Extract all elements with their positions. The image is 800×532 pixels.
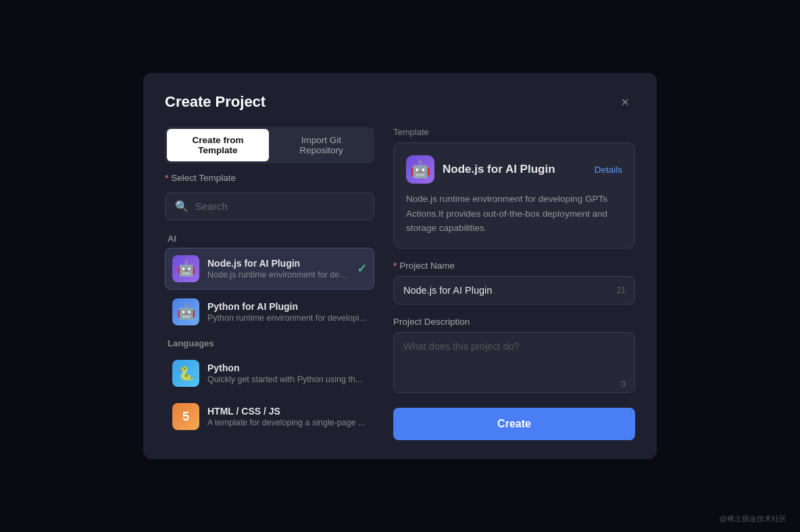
project-description-char-count: 0 bbox=[621, 379, 626, 389]
search-input[interactable] bbox=[195, 201, 364, 212]
template-item-html[interactable]: 5 HTML / CSS / JS A template for develop… bbox=[165, 396, 374, 437]
template-icon-html: 5 bbox=[172, 403, 199, 430]
preview-header: 🤖 Node.js for AI Plugin Details bbox=[406, 155, 622, 184]
template-info-python-ai: Python for AI Plugin Python runtime envi… bbox=[207, 301, 367, 323]
project-name-required: * bbox=[393, 261, 397, 271]
watermark: @稀土掘金技术社区 bbox=[720, 514, 786, 524]
template-preview-card: 🤖 Node.js for AI Plugin Details Node.js … bbox=[393, 142, 635, 248]
project-name-input[interactable] bbox=[393, 276, 635, 304]
template-info-nodejs: Node.js for AI Plugin Node.js runtime en… bbox=[207, 258, 349, 280]
project-description-section: Project Description 0 bbox=[393, 317, 635, 396]
project-description-textarea-wrapper: 0 bbox=[393, 332, 635, 396]
preview-description: Node.js runtime environment for developi… bbox=[406, 192, 622, 236]
template-icon-python: 🐍 bbox=[172, 360, 199, 387]
selected-check-icon: ✓ bbox=[357, 261, 367, 276]
close-button[interactable]: × bbox=[615, 92, 635, 112]
template-item-python-ai[interactable]: 🤖 Python for AI Plugin Python runtime en… bbox=[165, 291, 374, 333]
modal-overlay: Create Project × Create from Template Im… bbox=[0, 0, 800, 532]
template-info-python: Python Quickly get started with Python u… bbox=[207, 363, 367, 384]
template-item-python[interactable]: 🐍 Python Quickly get started with Python… bbox=[165, 352, 374, 394]
project-name-input-wrapper: 21 bbox=[393, 276, 635, 304]
template-name-python-ai: Python for AI Plugin bbox=[207, 301, 367, 312]
category-ai: AI bbox=[165, 230, 374, 246]
template-desc-python-ai: Python runtime environment for developi.… bbox=[207, 313, 367, 323]
select-template-label: * Select Template bbox=[165, 173, 374, 183]
preview-name: Node.js for AI Plugin bbox=[443, 163, 555, 176]
tab-bar: Create from Template Import Git Reposito… bbox=[165, 127, 374, 163]
template-desc-html: A template for developing a single-page … bbox=[207, 418, 367, 427]
template-name-python: Python bbox=[207, 363, 367, 373]
template-icon-nodejs: 🤖 bbox=[172, 255, 199, 282]
preview-title-group: 🤖 Node.js for AI Plugin bbox=[406, 155, 555, 184]
select-label-text: Select Template bbox=[171, 173, 236, 183]
dialog-title: Create Project bbox=[165, 93, 266, 111]
create-project-dialog: Create Project × Create from Template Im… bbox=[143, 73, 657, 459]
dialog-header: Create Project × bbox=[165, 92, 635, 112]
details-link[interactable]: Details bbox=[595, 165, 622, 175]
right-panel: Template 🤖 Node.js for AI Plugin Details… bbox=[393, 127, 635, 440]
project-name-char-count: 21 bbox=[617, 286, 626, 295]
required-star: * bbox=[165, 173, 168, 183]
template-section-label: Template bbox=[393, 127, 635, 137]
project-name-label-text: Project Name bbox=[399, 261, 455, 271]
template-item-nodejs-ai[interactable]: 🤖 Node.js for AI Plugin Node.js runtime … bbox=[165, 248, 374, 290]
tab-create-template[interactable]: Create from Template bbox=[167, 129, 269, 161]
template-name-html: HTML / CSS / JS bbox=[207, 406, 367, 417]
project-name-label: * Project Name bbox=[393, 261, 635, 271]
template-list: AI 🤖 Node.js for AI Plugin Node.js runti… bbox=[165, 230, 374, 440]
template-name-nodejs: Node.js for AI Plugin bbox=[207, 258, 349, 269]
category-languages: Languages bbox=[165, 334, 374, 351]
template-desc-nodejs: Node.js runtime environment for develo..… bbox=[207, 270, 349, 280]
project-description-label: Project Description bbox=[393, 317, 635, 327]
project-description-textarea[interactable] bbox=[393, 332, 635, 393]
create-button[interactable]: Create bbox=[393, 408, 635, 440]
tab-import-git[interactable]: Import Git Repository bbox=[270, 129, 372, 161]
template-desc-python: Quickly get started with Python using th… bbox=[207, 375, 367, 384]
search-icon: 🔍 bbox=[175, 200, 189, 213]
search-box: 🔍 bbox=[165, 192, 374, 220]
template-section: Template 🤖 Node.js for AI Plugin Details… bbox=[393, 127, 635, 248]
preview-icon: 🤖 bbox=[406, 155, 434, 184]
template-icon-python-ai: 🤖 bbox=[172, 298, 199, 325]
dialog-body: Create from Template Import Git Reposito… bbox=[165, 127, 635, 440]
left-panel: Create from Template Import Git Reposito… bbox=[165, 127, 374, 440]
template-info-html: HTML / CSS / JS A template for developin… bbox=[207, 406, 367, 427]
project-name-section: * Project Name 21 bbox=[393, 261, 635, 304]
